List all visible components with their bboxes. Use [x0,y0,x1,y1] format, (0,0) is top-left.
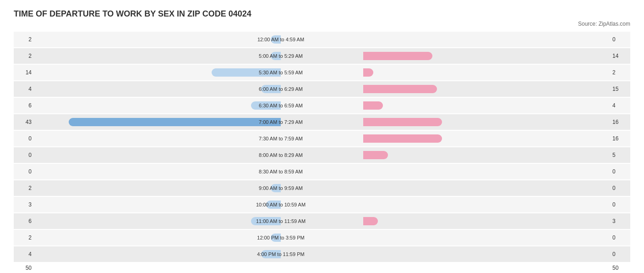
female-value: 14 [610,53,630,59]
female-value: 16 [610,119,630,125]
male-value: 0 [14,168,34,175]
time-label: 6:00 AM to 6:29 AM [240,86,322,92]
chart-row: 07:30 AM to 7:59 AM16 [14,131,630,146]
time-label: 10:00 AM to 10:59 AM [240,202,322,207]
chart-row: 08:00 AM to 8:29 AM5 [14,147,630,163]
chart-row: 145:30 AM to 5:59 AM2 [14,65,630,80]
time-label: 9:00 AM to 9:59 AM [240,185,322,191]
male-value: 14 [14,69,34,76]
bar-container: 10:00 AM to 10:59 AM [34,197,610,212]
female-bar [363,217,378,225]
bar-container: 9:00 AM to 9:59 AM [34,180,610,196]
male-value: 4 [14,251,34,257]
female-value: 0 [610,185,630,191]
female-value: 0 [610,251,630,257]
bar-container: 6:00 AM to 6:29 AM [34,81,610,97]
bar-container: 6:30 AM to 6:59 AM [34,98,610,113]
axis-left-label: 50 [14,265,34,271]
time-label: 6:30 AM to 6:59 AM [240,103,322,108]
male-value: 2 [14,53,34,59]
chart-row: 611:00 AM to 11:59 AM3 [14,213,630,229]
male-value: 2 [14,234,34,241]
bar-container: 5:30 AM to 5:59 AM [34,65,610,80]
time-label: 4:00 PM to 11:59 PM [240,251,322,257]
male-value: 3 [14,201,34,208]
male-value: 0 [14,135,34,142]
chart-row: 25:00 AM to 5:29 AM14 [14,48,630,64]
female-value: 15 [610,86,630,92]
male-value: 2 [14,185,34,191]
bar-container: 8:00 AM to 8:29 AM [34,147,610,163]
female-bar [363,52,432,60]
bar-container: 12:00 AM to 4:59 AM [34,32,610,47]
chart-row: 437:00 AM to 7:29 AM16 [14,114,630,130]
female-value: 0 [610,201,630,208]
axis-row: 50 50 [14,265,630,271]
female-bar [363,134,442,143]
time-label: 5:30 AM to 5:59 AM [240,70,322,75]
chart-row: 310:00 AM to 10:59 AM0 [14,197,630,212]
male-value: 2 [14,36,34,43]
time-label: 8:00 AM to 8:29 AM [240,152,322,158]
time-label: 7:30 AM to 7:59 AM [240,136,322,141]
female-value: 16 [610,135,630,142]
female-bar [363,151,388,159]
chart-row: 08:30 AM to 8:59 AM0 [14,164,630,179]
male-value: 0 [14,152,34,158]
bar-container: 12:00 PM to 3:59 PM [34,230,610,245]
time-label: 12:00 PM to 3:59 PM [240,235,322,240]
chart-row: 212:00 AM to 4:59 AM0 [14,32,630,47]
bar-container: 11:00 AM to 11:59 AM [34,213,610,229]
male-value: 4 [14,86,34,92]
axis-right-label: 50 [610,265,630,271]
chart-title: TIME OF DEPARTURE TO WORK BY SEX IN ZIP … [14,9,630,19]
female-bar [363,85,437,93]
chart-row: 46:00 AM to 6:29 AM15 [14,81,630,97]
female-value: 0 [610,168,630,175]
female-value: 2 [610,69,630,76]
female-value: 0 [610,36,630,43]
bar-container: 8:30 AM to 8:59 AM [34,164,610,179]
time-label: 5:00 AM to 5:29 AM [240,53,322,59]
bar-container: 5:00 AM to 5:29 AM [34,48,610,64]
bar-container: 7:00 AM to 7:29 AM [34,114,610,130]
male-value: 43 [14,119,34,125]
time-label: 8:30 AM to 8:59 AM [240,169,322,174]
time-label: 7:00 AM to 7:29 AM [240,119,322,125]
female-bar [363,68,373,77]
chart-row: 29:00 AM to 9:59 AM0 [14,180,630,196]
female-value: 4 [610,102,630,109]
female-value: 0 [610,234,630,241]
chart-row: 212:00 PM to 3:59 PM0 [14,230,630,245]
chart-row: 44:00 PM to 11:59 PM0 [14,246,630,262]
time-label: 11:00 AM to 11:59 AM [240,218,322,224]
time-label: 12:00 AM to 4:59 AM [240,37,322,42]
chart-area: 212:00 AM to 4:59 AM025:00 AM to 5:29 AM… [14,32,630,262]
female-bar [363,118,442,126]
male-value: 6 [14,218,34,224]
female-bar [363,101,383,110]
source-text: Source: ZipAtlas.com [14,21,630,27]
male-value: 6 [14,102,34,109]
bar-container: 7:30 AM to 7:59 AM [34,131,610,146]
female-value: 5 [610,152,630,158]
bar-container: 4:00 PM to 11:59 PM [34,246,610,262]
chart-row: 66:30 AM to 6:59 AM4 [14,98,630,113]
female-value: 3 [610,218,630,224]
